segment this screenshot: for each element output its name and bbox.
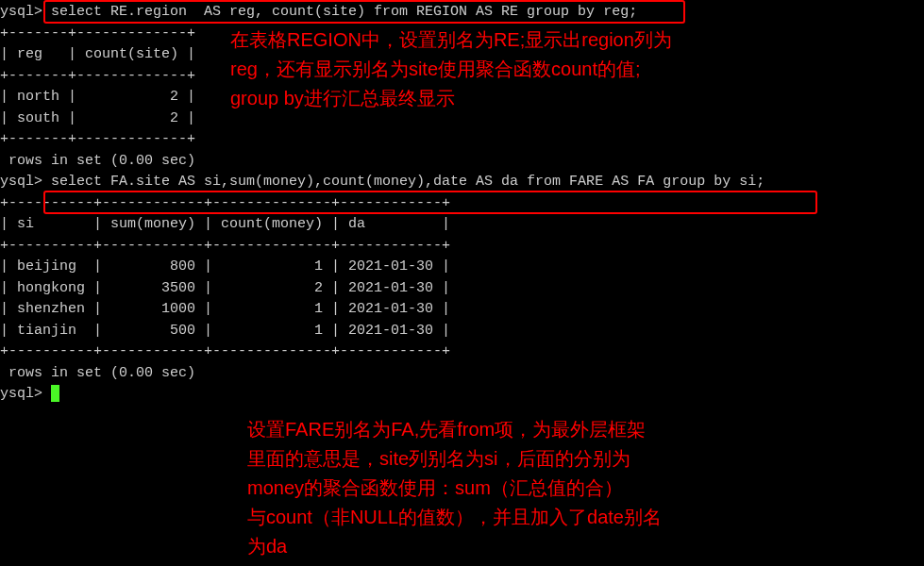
table-row: | tianjin | 500 | 1 | 2021-01-30 |	[0, 321, 924, 342]
sql-query-2: select FA.site AS si,sum(money),count(mo…	[51, 174, 764, 190]
table-divider: +----------+------------+--------------+…	[0, 236, 924, 258]
annotation-1-line-1: 在表格REGION中，设置别名为RE;显示出region列为	[230, 25, 672, 55]
table-divider: +-------+-------------+	[0, 129, 924, 151]
annotation-1-line-3: group by进行汇总最终显示	[230, 84, 672, 113]
table-row: | hongkong | 3500 | 2 | 2021-01-30 |	[0, 278, 924, 300]
prompt-line-1[interactable]: ysql> select RE.region AS reg, count(sit…	[0, 2, 924, 24]
prompt: ysql>	[0, 4, 42, 20]
prompt-line-2[interactable]: ysql> select FA.site AS si,sum(money),co…	[0, 172, 924, 193]
annotation-1: 在表格REGION中，设置别名为RE;显示出region列为 reg，还有显示别…	[230, 25, 672, 113]
annotation-1-line-2: reg，还有显示别名为site使用聚合函数count的值;	[230, 55, 672, 84]
annotation-2-line-2: 里面的意思是，site列别名为si，后面的分别为	[247, 444, 662, 474]
table-row: | shenzhen | 1000 | 1 | 2021-01-30 |	[0, 299, 924, 321]
table-header: | si | sum(money) | count(money) | da |	[0, 214, 924, 236]
table-divider: +----------+------------+--------------+…	[0, 341, 924, 363]
prompt-line-3[interactable]: ysql>	[0, 384, 924, 406]
annotation-2-line-4: 与count（非NULL的值数），并且加入了date别名	[247, 503, 662, 532]
prompt: ysql>	[0, 174, 42, 190]
annotation-2: 设置FARE别名为FA,先看from项，为最外层框架 里面的意思是，site列别…	[247, 415, 662, 561]
prompt: ysql>	[0, 386, 42, 402]
sql-query-1: select RE.region AS reg, count(site) fro…	[51, 4, 637, 20]
annotation-2-line-5: 为da	[247, 532, 662, 561]
cursor	[51, 385, 59, 402]
annotation-2-line-1: 设置FARE别名为FA,先看from项，为最外层框架	[247, 415, 662, 444]
annotation-2-line-3: money的聚合函数使用：sum（汇总值的合）	[247, 474, 662, 503]
status-line: rows in set (0.00 sec)	[0, 151, 924, 173]
table-row: | beijing | 800 | 1 | 2021-01-30 |	[0, 257, 924, 278]
table-divider: +----------+------------+--------------+…	[0, 193, 924, 215]
status-line: rows in set (0.00 sec)	[0, 363, 924, 385]
